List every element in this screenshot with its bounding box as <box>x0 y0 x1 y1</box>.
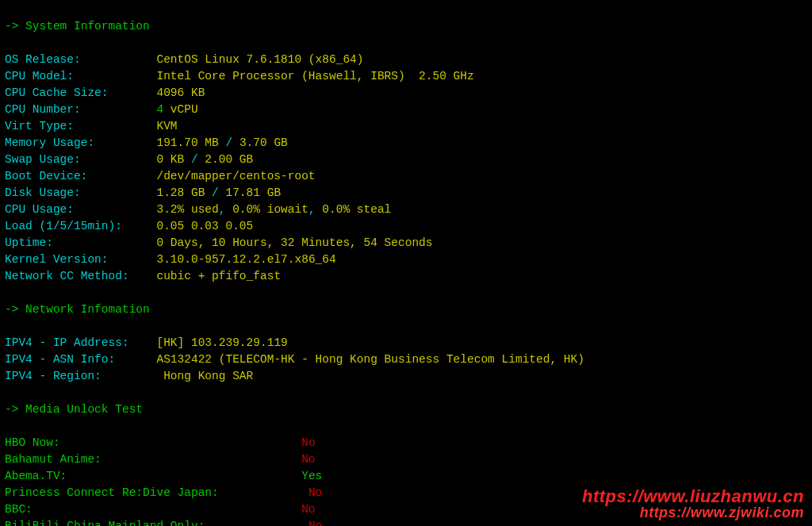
bahamut-anime-label: Bahamut Anime: <box>5 453 102 466</box>
ipv4-asn-value: AS132422 (TELECOM-HK - Hong Kong Busines… <box>156 353 584 366</box>
watermark-url-2: https://www.zjwiki.com <box>582 505 804 521</box>
cc-method-label: Network CC Method: <box>5 270 129 282</box>
cc-method-value: cubic + pfifo_fast <box>156 270 281 282</box>
watermark-url-1: https://www.liuzhanwu.cn <box>582 488 804 505</box>
cpu-model-value: Intel Core Processor (Haswell, IBRS) 2.5… <box>156 70 473 83</box>
hbo-now-label: HBO Now: <box>5 436 60 449</box>
princess-connect-value: No <box>308 486 322 499</box>
ipv4-asn-label: IPV4 - ASN Info: <box>5 353 115 366</box>
ipv4-region-label: IPV4 - Region: <box>5 370 102 382</box>
abema-tv-value: Yes <box>301 470 322 482</box>
abema-tv-label: Abema.TV: <box>5 470 67 482</box>
cpu-number-count: 4 <box>156 103 163 116</box>
load-label: Load (1/5/15min): <box>5 220 122 232</box>
terminal-output: -> System Information OS Release: CentOS… <box>0 0 812 526</box>
bbc-label: BBC: <box>5 503 33 516</box>
watermark: https://www.liuzhanwu.cn https://www.zjw… <box>582 488 804 521</box>
princess-connect-label: Princess Connect Re:Dive Japan: <box>5 486 219 499</box>
kernel-version-label: Kernel Version: <box>5 253 109 266</box>
cpu-usage-steal: 0.0% steal <box>322 203 391 216</box>
boot-device-value: /dev/mapper/centos-root <box>156 170 315 182</box>
cpu-number-label: CPU Number: <box>5 103 81 116</box>
bilibili-cn-value: No <box>308 520 322 526</box>
virt-type-label: Virt Type: <box>5 120 74 132</box>
swap-total: 2.00 GB <box>205 153 253 166</box>
cpu-cache-label: CPU Cache Size: <box>5 86 109 99</box>
cpu-usage-used: 3.2% used <box>156 203 218 216</box>
ipv4-address-label: IPV4 - IP Address: <box>5 336 129 349</box>
disk-usage-label: Disk Usage: <box>5 186 81 199</box>
ipv4-region-value: Hong Kong SAR <box>156 370 253 382</box>
section-media-heading: -> Media Unlock Test <box>5 403 143 416</box>
memory-used: 191.70 MB <box>156 136 218 149</box>
swap-usage-label: Swap Usage: <box>5 153 81 166</box>
cpu-number-unit: vCPU <box>163 103 198 116</box>
bbc-value: No <box>301 503 315 516</box>
section-netinfo-heading: -> Network Infomation <box>5 303 150 316</box>
hbo-now-value: No <box>301 436 315 449</box>
swap-used: 0 KB <box>156 153 184 166</box>
memory-total: 3.70 GB <box>239 136 288 149</box>
ipv4-address-value: [HK] 103.239.29.119 <box>156 336 287 349</box>
bilibili-cn-label: BiliBili China Mainland Only: <box>5 520 205 526</box>
cpu-usage-iowait: 0.0% iowait <box>232 203 308 216</box>
kernel-version-value: 3.10.0-957.12.2.el7.x86_64 <box>156 253 335 266</box>
cpu-model-label: CPU Model: <box>5 70 74 83</box>
disk-used: 1.28 GB <box>156 186 205 199</box>
bahamut-anime-value: No <box>301 453 315 466</box>
section-sysinfo-heading: -> System Information <box>5 20 150 33</box>
load-value: 0.05 0.03 0.05 <box>156 220 253 232</box>
boot-device-label: Boot Device: <box>5 170 87 182</box>
os-release-label: OS Release: <box>5 53 81 66</box>
uptime-label: Uptime: <box>5 236 53 249</box>
uptime-value: 0 Days, 10 Hours, 32 Minutes, 54 Seconds <box>156 236 432 249</box>
cpu-usage-label: CPU Usage: <box>5 203 74 216</box>
cpu-cache-value: 4096 KB <box>156 86 205 99</box>
os-release-value: CentOS Linux 7.6.1810 (x86_64) <box>156 53 363 66</box>
disk-total: 17.81 GB <box>225 186 281 199</box>
memory-usage-label: Memory Usage: <box>5 136 94 149</box>
virt-type-value: KVM <box>156 120 177 132</box>
